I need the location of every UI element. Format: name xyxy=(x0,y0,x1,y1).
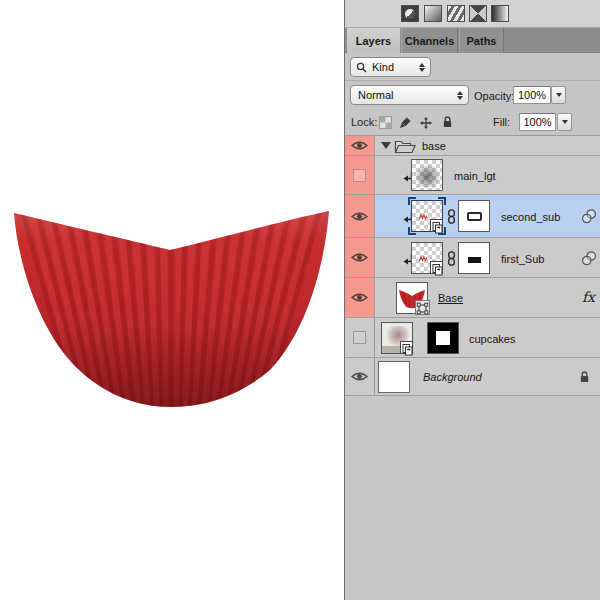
tab-layers[interactable]: Layers xyxy=(347,28,400,53)
fill-value: 100% xyxy=(523,116,551,128)
layer-filter-row: Kind ◐ T xyxy=(345,53,600,81)
fill-dropdown-button[interactable] xyxy=(557,113,572,131)
visibility-checkbox-empty xyxy=(353,331,366,344)
layer-name[interactable]: first_Sub xyxy=(501,253,544,265)
vector-path-badge-icon xyxy=(415,300,430,315)
tab-paths[interactable]: Paths xyxy=(459,28,504,53)
layer-thumbnail[interactable] xyxy=(411,200,443,232)
visibility-checkbox-empty xyxy=(353,169,366,182)
smart-object-badge-icon xyxy=(400,341,413,354)
selection-corner xyxy=(438,227,446,235)
radial-gradient-icon[interactable] xyxy=(401,5,419,22)
visibility-toggle[interactable] xyxy=(345,156,375,194)
dropdown-arrows-icon xyxy=(457,91,463,100)
eye-icon xyxy=(351,292,368,303)
tab-layers-label: Layers xyxy=(356,35,391,47)
fill-input[interactable]: 100% xyxy=(519,113,556,131)
eye-icon xyxy=(351,371,368,382)
panel-tab-bar: Layers Channels Paths xyxy=(345,28,600,53)
layer-row-cupcakes[interactable]: cupcakes xyxy=(345,318,600,358)
lock-transparency-icon[interactable] xyxy=(377,115,393,130)
eye-icon xyxy=(351,140,368,151)
layer-name[interactable]: main_lgt xyxy=(454,170,496,182)
visibility-toggle[interactable] xyxy=(345,238,375,277)
layer-row-background[interactable]: Background xyxy=(345,358,600,396)
layer-mask-thumbnail[interactable] xyxy=(458,242,490,274)
layer-name[interactable]: cupcakes xyxy=(469,333,515,345)
visibility-toggle[interactable] xyxy=(345,318,375,357)
fill-label: Fill: xyxy=(493,116,510,128)
opacity-value: 100% xyxy=(518,89,546,101)
layer-mask-thumbnail[interactable] xyxy=(458,200,490,232)
overlapping-circles-icon xyxy=(581,209,597,224)
layer-mask-thumbnail[interactable] xyxy=(427,322,459,354)
layer-name[interactable]: Background xyxy=(423,371,482,383)
layer-row-group-base[interactable]: base xyxy=(345,136,600,156)
cupcake-wrapper-artwork xyxy=(0,0,344,600)
lock-all-padlock-icon[interactable] xyxy=(439,114,455,129)
tab-channels-label: Channels xyxy=(405,35,455,47)
tab-paths-label: Paths xyxy=(467,35,497,47)
layer-thumbnail[interactable] xyxy=(396,282,428,314)
overlapping-circles-icon xyxy=(581,251,597,266)
lock-label: Lock: xyxy=(351,116,377,128)
tab-channels[interactable]: Channels xyxy=(401,28,458,53)
reflected-gradient-icon[interactable] xyxy=(469,5,487,22)
disclosure-triangle-icon[interactable] xyxy=(381,142,391,149)
layer-thumbnail[interactable] xyxy=(381,322,413,354)
smart-object-badge-icon xyxy=(430,261,443,274)
visibility-toggle[interactable] xyxy=(345,278,375,317)
visibility-toggle[interactable] xyxy=(345,136,375,155)
opacity-dropdown-button[interactable] xyxy=(551,86,566,104)
open-folder-icon xyxy=(394,139,416,154)
rounded-rect-mask-art xyxy=(467,212,482,221)
selection-corner xyxy=(408,197,416,205)
opacity-input[interactable]: 100% xyxy=(513,86,551,104)
document-canvas[interactable] xyxy=(0,0,344,600)
layer-row-base-shape[interactable]: Base fx xyxy=(345,278,600,318)
lock-paint-brush-icon[interactable] xyxy=(397,115,413,130)
layer-effects-fx-icon[interactable]: fx xyxy=(582,289,595,305)
mask-link-chain-icon[interactable] xyxy=(447,209,456,224)
noise-gradient-icon[interactable] xyxy=(447,5,465,22)
filter-kind-dropdown[interactable]: Kind xyxy=(350,57,431,77)
red-scribble-thumbnail-art xyxy=(419,256,428,262)
layer-name[interactable]: second_sub xyxy=(501,211,560,223)
selection-corner xyxy=(438,197,446,205)
lock-position-move-icon[interactable] xyxy=(418,115,434,130)
layer-row-main-lgt[interactable]: main_lgt xyxy=(345,156,600,195)
filter-kind-label: Kind xyxy=(372,61,394,73)
layer-name[interactable]: Base xyxy=(438,292,463,304)
chevron-down-icon xyxy=(556,93,562,97)
layer-list: base main_lgt xyxy=(345,136,600,396)
eye-icon xyxy=(351,252,368,263)
blend-mode-row: Normal Opacity: 100% xyxy=(345,81,600,109)
white-square-mask-art xyxy=(436,331,450,345)
background-lock-icon[interactable] xyxy=(579,370,590,384)
layers-panel: Layers Channels Paths Kind ◐ T xyxy=(344,0,600,600)
layer-thumbnail[interactable] xyxy=(411,159,443,191)
dropdown-arrows-icon xyxy=(419,63,425,72)
layer-thumbnail[interactable] xyxy=(411,242,443,274)
soft-shadow-thumbnail-art xyxy=(415,164,440,187)
gradient-options-strip xyxy=(345,0,600,28)
red-scribble-thumbnail-art xyxy=(419,214,428,220)
blend-mode-value: Normal xyxy=(358,89,393,101)
diamond-gradient-icon[interactable] xyxy=(491,5,509,22)
layer-row-second-sub[interactable]: second_sub xyxy=(345,195,600,238)
opacity-label: Opacity: xyxy=(474,90,514,102)
selection-corner xyxy=(408,227,416,235)
mask-link-chain-icon[interactable] xyxy=(447,251,456,266)
group-name[interactable]: base xyxy=(422,140,446,152)
search-icon xyxy=(356,62,367,73)
bar-mask-art xyxy=(468,257,481,263)
visibility-toggle[interactable] xyxy=(345,195,375,237)
chevron-down-icon xyxy=(562,120,568,124)
layer-thumbnail[interactable] xyxy=(378,361,410,393)
blend-mode-dropdown[interactable]: Normal xyxy=(350,85,469,105)
eye-icon xyxy=(351,211,368,222)
layer-row-first-sub[interactable]: first_Sub xyxy=(345,238,600,278)
visibility-toggle[interactable] xyxy=(345,358,375,395)
photoshop-workspace: Layers Channels Paths Kind ◐ T xyxy=(0,0,600,600)
linear-gradient-icon[interactable] xyxy=(424,5,442,22)
